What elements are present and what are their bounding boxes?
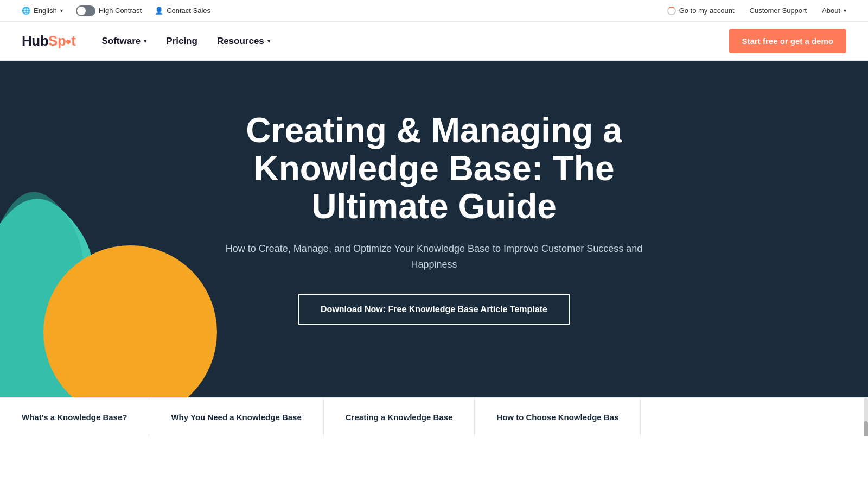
spinner-icon xyxy=(667,7,676,15)
resources-nav-link[interactable]: Resources ▾ xyxy=(217,36,270,47)
about-label: About xyxy=(822,7,840,15)
hero-title: Creating & Managing a Knowledge Base: Th… xyxy=(217,111,651,226)
account-label: Go to my account xyxy=(679,7,735,15)
hero-content: Creating & Managing a Knowledge Base: Th… xyxy=(217,111,651,326)
globe-icon: 🌐 xyxy=(22,7,30,15)
nav-links: Software ▾ Pricing Resources ▾ xyxy=(101,36,270,47)
toggle-switch[interactable] xyxy=(76,5,95,16)
about-menu[interactable]: About ▾ xyxy=(822,7,846,15)
language-label: English xyxy=(34,7,57,15)
bottom-nav-bar: What's a Knowledge Base? Why You Need a … xyxy=(0,397,868,436)
customer-support-label: Customer Support xyxy=(750,7,807,15)
go-to-account-link[interactable]: Go to my account xyxy=(667,7,735,15)
toggle-knob xyxy=(77,7,86,15)
software-label: Software xyxy=(101,36,141,47)
pricing-label: Pricing xyxy=(166,36,197,47)
hubspot-logo[interactable]: HubSpt xyxy=(22,33,75,49)
high-contrast-label: High Contrast xyxy=(99,7,142,15)
bottom-nav-item-whats[interactable]: What's a Knowledge Base? xyxy=(22,398,149,436)
hero-section: Creating & Managing a Knowledge Base: Th… xyxy=(0,61,868,397)
download-template-button[interactable]: Download Now: Free Knowledge Base Articl… xyxy=(298,294,570,325)
customer-support-link[interactable]: Customer Support xyxy=(750,7,807,15)
top-bar: 🌐 English ▾ High Contrast 👤 Contact Sale… xyxy=(0,0,868,22)
bottom-nav-item-creating[interactable]: Creating a Knowledge Base xyxy=(324,398,475,436)
top-bar-left: 🌐 English ▾ High Contrast 👤 Contact Sale… xyxy=(22,5,210,16)
software-nav-link[interactable]: Software ▾ xyxy=(101,36,146,47)
software-chevron-icon: ▾ xyxy=(144,38,146,44)
logo-text: HubSpt xyxy=(22,33,75,49)
hero-subtitle: How to Create, Manage, and Optimize Your… xyxy=(217,241,651,273)
resources-label: Resources xyxy=(217,36,264,47)
bottom-nav-item-why[interactable]: Why You Need a Knowledge Base xyxy=(149,398,323,436)
main-nav: HubSpt Software ▾ Pricing Resources ▾ St… xyxy=(0,22,868,61)
resources-chevron-icon: ▾ xyxy=(267,38,270,44)
contact-sales-link[interactable]: 👤 Contact Sales xyxy=(155,7,210,15)
bottom-nav-item-choose[interactable]: How to Choose Knowledge Bas xyxy=(475,398,641,436)
top-bar-right: Go to my account Customer Support About … xyxy=(667,7,846,15)
chevron-down-icon: ▾ xyxy=(60,8,63,14)
pricing-nav-link[interactable]: Pricing xyxy=(166,36,197,47)
person-icon: 👤 xyxy=(155,7,163,15)
scrollbar-thumb xyxy=(864,421,868,436)
nav-left: HubSpt Software ▾ Pricing Resources ▾ xyxy=(22,33,270,49)
about-chevron-icon: ▾ xyxy=(844,8,846,14)
language-selector[interactable]: 🌐 English ▾ xyxy=(22,7,63,15)
start-free-button[interactable]: Start free or get a demo xyxy=(729,29,846,53)
high-contrast-toggle[interactable]: High Contrast xyxy=(76,5,142,16)
scrollbar[interactable] xyxy=(864,398,868,436)
contact-sales-label: Contact Sales xyxy=(167,7,210,15)
